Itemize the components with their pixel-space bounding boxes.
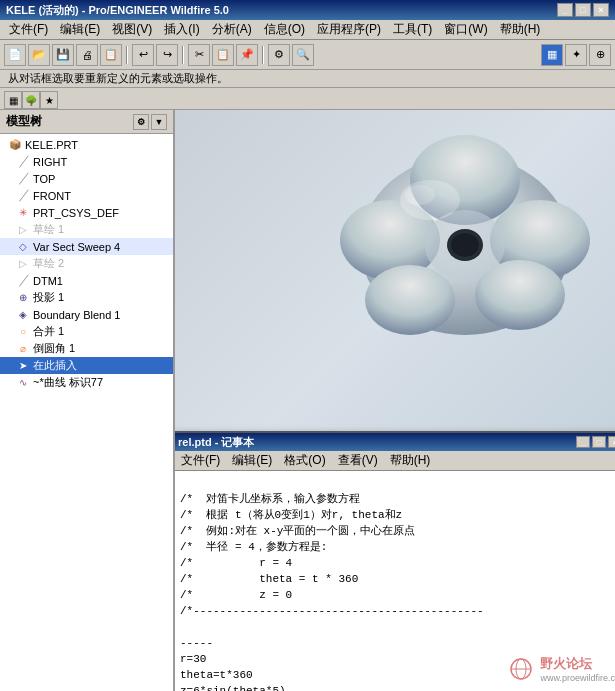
main-menu: 文件(F) 编辑(E) 视图(V) 插入(I) 分析(A) 信息(O) 应用程序… — [0, 20, 615, 40]
toolbar-btn-right1[interactable]: ▦ — [541, 44, 563, 66]
tree-label-top: TOP — [33, 173, 55, 185]
copy-button[interactable]: 📋 — [212, 44, 234, 66]
tree-item-insert[interactable]: ➤ 在此插入 — [0, 357, 173, 374]
tree-icon-merge1: ○ — [16, 326, 30, 337]
tree-item-top[interactable]: ╱ TOP — [0, 170, 173, 187]
tree-icon-sketch1: ▷ — [16, 224, 30, 235]
tree-icon-dtm1: ╱ — [16, 275, 30, 286]
notepad-menu-view[interactable]: 查看(V) — [333, 451, 383, 470]
app-title: KELE (活动的) - Pro/ENGINEER Wildfire 5.0 — [6, 3, 229, 18]
toolbar-btn5[interactable]: 📋 — [100, 44, 122, 66]
tree-label-csys: PRT_CSYS_DEF — [33, 207, 119, 219]
redo-button[interactable]: ↪ — [156, 44, 178, 66]
left-panel: 模型树 ⚙ ▼ 📦 KELE.PRT ╱ RIGHT ╱ TOP — [0, 110, 175, 691]
notepad-menu-file[interactable]: 文件(F) — [176, 451, 225, 470]
tree-item-right[interactable]: ╱ RIGHT — [0, 153, 173, 170]
tree-item-csys[interactable]: ✳ PRT_CSYS_DEF — [0, 204, 173, 221]
notepad-window: rel.ptd - 记事本 _ □ × 文件(F) 编辑(E) 格式(O) 查看… — [175, 431, 615, 691]
svg-point-8 — [451, 233, 479, 257]
tab-icon-2[interactable]: 🌳 — [22, 91, 40, 109]
tree-icon-sketch2: ▷ — [16, 258, 30, 269]
undo-button[interactable]: ↩ — [132, 44, 154, 66]
tree-icon-sweep: ◇ — [16, 241, 30, 252]
tree-icon-curve77: ∿ — [16, 377, 30, 388]
print-button[interactable]: 🖨 — [76, 44, 98, 66]
menu-analysis[interactable]: 分析(A) — [207, 20, 257, 39]
menu-apps[interactable]: 应用程序(P) — [312, 20, 386, 39]
notepad-close[interactable]: × — [608, 436, 615, 448]
tree-label-front: FRONT — [33, 190, 71, 202]
tree-label-round1: 倒圆角 1 — [33, 341, 75, 356]
menu-info[interactable]: 信息(O) — [259, 20, 310, 39]
status-text: 从对话框选取要重新定义的元素或选取操作。 — [8, 71, 228, 86]
tab-icon-3[interactable]: ★ — [40, 91, 58, 109]
toolbar-btn13[interactable]: 🔍 — [292, 44, 314, 66]
notepad-menu-help[interactable]: 帮助(H) — [385, 451, 436, 470]
toolbar-btn-right3[interactable]: ⊕ — [589, 44, 611, 66]
notepad-menu-edit[interactable]: 编辑(E) — [227, 451, 277, 470]
tree-item-front[interactable]: ╱ FRONT — [0, 187, 173, 204]
title-bar: KELE (活动的) - Pro/ENGINEER Wildfire 5.0 _… — [0, 0, 615, 20]
paste-button[interactable]: 📌 — [236, 44, 258, 66]
menu-insert[interactable]: 插入(I) — [159, 20, 204, 39]
tree-label-blend1: Boundary Blend 1 — [33, 309, 120, 321]
main-area: 模型树 ⚙ ▼ 📦 KELE.PRT ╱ RIGHT ╱ TOP — [0, 110, 615, 691]
toolbar-btn-right2[interactable]: ✦ — [565, 44, 587, 66]
tree-icon-top: ╱ — [16, 173, 30, 184]
cut-button[interactable]: ✂ — [188, 44, 210, 66]
toolbar-btn12[interactable]: ⚙ — [268, 44, 290, 66]
menu-help[interactable]: 帮助(H) — [495, 20, 546, 39]
tree-label-dtm1: DTM1 — [33, 275, 63, 287]
svg-point-10 — [405, 185, 435, 205]
notepad-maximize[interactable]: □ — [592, 436, 606, 448]
tree-item-curve77[interactable]: ∿ ~*曲线 标识77 — [0, 374, 173, 391]
tree-label-curve77: ~*曲线 标识77 — [33, 375, 103, 390]
notepad-title: rel.ptd - 记事本 — [178, 435, 254, 450]
notepad-minimize[interactable]: _ — [576, 436, 590, 448]
tree-label-proj1: 投影 1 — [33, 290, 64, 305]
close-button[interactable]: × — [593, 3, 609, 17]
tree-label-sweep: Var Sect Sweep 4 — [33, 241, 120, 253]
new-button[interactable]: 📄 — [4, 44, 26, 66]
panel-title: 模型树 — [6, 113, 42, 130]
menu-tools[interactable]: 工具(T) — [388, 20, 437, 39]
separator-3 — [262, 46, 264, 64]
tree-icon-insert: ➤ — [16, 360, 30, 371]
tree-label-root: KELE.PRT — [25, 139, 78, 151]
tree-icon-blend1: ◈ — [16, 309, 30, 320]
tree-label-sketch1: 草绘 1 — [33, 222, 64, 237]
tree-label-right: RIGHT — [33, 156, 67, 168]
tree-item-blend1[interactable]: ◈ Boundary Blend 1 — [0, 306, 173, 323]
tree-item-sketch1[interactable]: ▷ 草绘 1 — [0, 221, 173, 238]
menu-edit[interactable]: 编辑(E) — [55, 20, 105, 39]
tree-item-root[interactable]: 📦 KELE.PRT — [0, 136, 173, 153]
notepad-titlebar: rel.ptd - 记事本 _ □ × — [175, 433, 615, 451]
tree-icon-root: 📦 — [8, 139, 22, 150]
tree-item-merge1[interactable]: ○ 合并 1 — [0, 323, 173, 340]
tab-icon-1[interactable]: ▦ — [4, 91, 22, 109]
panel-settings-button[interactable]: ⚙ — [133, 114, 149, 130]
panel-header: 模型树 ⚙ ▼ — [0, 110, 173, 134]
tree-icon-csys: ✳ — [16, 207, 30, 218]
tree-item-dtm1[interactable]: ╱ DTM1 — [0, 272, 173, 289]
status-bar: 从对话框选取要重新定义的元素或选取操作。 — [0, 70, 615, 88]
notepad-menu-format[interactable]: 格式(O) — [279, 451, 330, 470]
save-button[interactable]: 💾 — [52, 44, 74, 66]
separator-1 — [126, 46, 128, 64]
menu-view[interactable]: 视图(V) — [107, 20, 157, 39]
viewport[interactable]: rel.ptd - 记事本 _ □ × 文件(F) 编辑(E) 格式(O) 查看… — [175, 110, 615, 691]
main-toolbar: 📄 📂 💾 🖨 📋 ↩ ↪ ✂ 📋 📌 ⚙ 🔍 ▦ ✦ ⊕ — [0, 40, 615, 70]
tree-content: 📦 KELE.PRT ╱ RIGHT ╱ TOP ╱ FRONT ✳ PRT_C… — [0, 134, 173, 691]
svg-point-4 — [365, 265, 455, 335]
tree-item-sweep[interactable]: ◇ Var Sect Sweep 4 — [0, 238, 173, 255]
tree-item-proj1[interactable]: ⊕ 投影 1 — [0, 289, 173, 306]
open-button[interactable]: 📂 — [28, 44, 50, 66]
tree-icon-proj1: ⊕ — [16, 292, 30, 303]
menu-window[interactable]: 窗口(W) — [439, 20, 492, 39]
maximize-button[interactable]: □ — [575, 3, 591, 17]
menu-file[interactable]: 文件(F) — [4, 20, 53, 39]
tree-item-round1[interactable]: ⌀ 倒圆角 1 — [0, 340, 173, 357]
panel-expand-button[interactable]: ▼ — [151, 114, 167, 130]
tree-item-sketch2[interactable]: ▷ 草绘 2 — [0, 255, 173, 272]
minimize-button[interactable]: _ — [557, 3, 573, 17]
